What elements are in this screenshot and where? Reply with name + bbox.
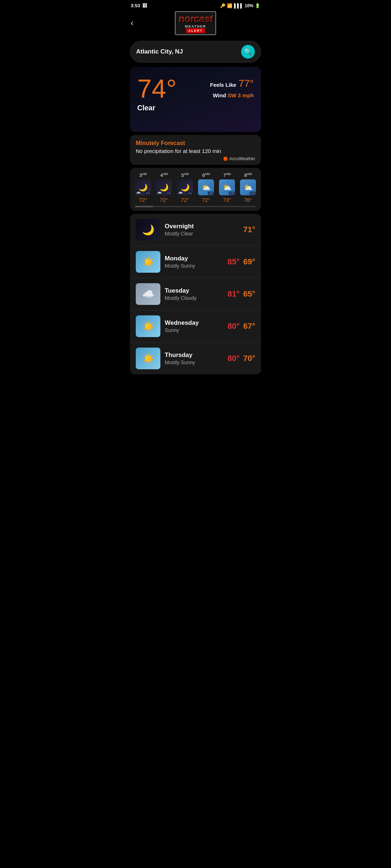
- daily-day: Thursday: [165, 352, 223, 359]
- hour-icon: ⛅ 1%: [240, 179, 256, 195]
- accuweather-label: AccuWeather: [229, 156, 255, 161]
- hour-label: 5AM: [181, 172, 189, 178]
- battery-label: 10%: [245, 3, 253, 8]
- daily-condition: Mostly Cloudy: [165, 295, 223, 301]
- daily-icon: ☀️: [136, 315, 160, 337]
- hour-icon: 🌙☁ 2%: [156, 179, 172, 195]
- precip-badge: 2%: [166, 192, 172, 195]
- current-condition: Clear: [137, 104, 254, 112]
- search-location-text: Atlantic City, NJ: [136, 48, 241, 55]
- daily-lo-temp: 65°: [243, 289, 255, 299]
- daily-icon: ☀️: [136, 251, 160, 273]
- weather-details-panel: Feels Like 77° Wind SW 3 mph: [210, 78, 254, 98]
- daily-hi-temp: 85°: [227, 257, 239, 267]
- daily-hi-temp: 81°: [227, 289, 239, 299]
- wind-row: Wind SW 3 mph: [210, 92, 254, 98]
- daily-info: Monday Mostly Sunny: [165, 255, 223, 269]
- hourly-item[interactable]: 9AM ⛅ 1% 78°: [260, 172, 261, 203]
- hour-icon: ⛅ 1%: [219, 179, 235, 195]
- hourly-item[interactable]: 6AM ⛅ 1% 72°: [197, 172, 215, 203]
- daily-lo-temp: 69°: [243, 257, 255, 267]
- minutely-card: Minutely Forecast No precipitation for a…: [130, 135, 261, 165]
- daily-temps: 71°: [243, 225, 255, 234]
- photo-icon: 🖼: [142, 3, 147, 8]
- daily-temps: 80° 70°: [227, 354, 255, 363]
- daily-icon: ☁️: [136, 283, 160, 305]
- daily-hi-temp: 80°: [227, 354, 239, 363]
- logo-alert: ALERT: [186, 28, 205, 33]
- logo-norcast: norcast: [178, 13, 213, 25]
- daily-condition: Mostly Sunny: [165, 359, 223, 365]
- precip-badge: 1%: [208, 192, 214, 195]
- app-header: ‹ norcast WEATHER ALERT: [125, 10, 266, 38]
- hour-icon: 🌙☁ 2%: [135, 179, 151, 195]
- hour-temp: 73°: [223, 197, 231, 203]
- daily-temps: 80° 67°: [227, 322, 255, 331]
- status-bar: 3:53 🖼 🔑 📶 ▌▌▌ 10% 🔋: [125, 0, 266, 10]
- daily-temps: 81° 65°: [227, 289, 255, 299]
- daily-info: Tuesday Mostly Cloudy: [165, 287, 223, 301]
- hourly-item[interactable]: 7AM ⛅ 1% 73°: [218, 172, 236, 203]
- daily-info: Thursday Mostly Sunny: [165, 352, 223, 365]
- hour-temp: 72°: [139, 197, 147, 203]
- hour-temp: 72°: [202, 197, 210, 203]
- hour-label: 8AM: [244, 172, 252, 178]
- hour-temp: 72°: [160, 197, 168, 203]
- hourly-section: 3AM 🌙☁ 2% 72° 4AM 🌙☁ 2% 72° 5AM 🌙☁ 2% 72…: [130, 168, 261, 211]
- daily-row[interactable]: ☀️ Thursday Mostly Sunny 80° 70°: [130, 342, 261, 374]
- hour-label: 7AM: [223, 172, 231, 178]
- hourly-item[interactable]: 8AM ⛅ 1% 76°: [239, 172, 257, 203]
- wind-label: Wind: [213, 92, 226, 98]
- logo-subtitle: WEATHER: [185, 25, 206, 28]
- daily-lo-temp: 67°: [243, 322, 255, 331]
- app-logo: norcast WEATHER ALERT: [175, 11, 216, 35]
- accuweather-badge: AccuWeather: [136, 156, 255, 161]
- daily-forecast-card: 🌙 Overnight Mostly Clear 71° ☀️ Monday M…: [130, 214, 261, 374]
- hourly-item[interactable]: 4AM 🌙☁ 2% 72°: [155, 172, 173, 203]
- daily-condition: Mostly Sunny: [165, 263, 223, 269]
- hour-label: 3AM: [139, 172, 147, 178]
- daily-day: Wednesday: [165, 319, 223, 327]
- precip-badge: 2%: [145, 192, 151, 195]
- daily-temps: 85° 69°: [227, 257, 255, 267]
- wind-value: SW 3 mph: [227, 92, 254, 98]
- hourly-item[interactable]: 5AM 🌙☁ 2% 72°: [176, 172, 194, 203]
- time-display: 3:53: [131, 3, 140, 8]
- key-icon: 🔑: [220, 3, 226, 8]
- hour-label: 6AM: [202, 172, 210, 178]
- precip-badge: 2%: [187, 192, 193, 195]
- daily-row[interactable]: ☁️ Tuesday Mostly Cloudy 81° 65°: [130, 278, 261, 310]
- accuweather-dot: [223, 157, 228, 161]
- battery-icon: 🔋: [255, 3, 260, 8]
- logo-weather: WEATHER: [185, 25, 206, 28]
- search-button[interactable]: 🔍: [241, 45, 255, 59]
- minutely-title: Minutely Forecast: [136, 140, 255, 146]
- feels-like-label: Feels Like: [210, 82, 236, 88]
- feels-like-value: 77°: [239, 78, 254, 89]
- daily-day: Monday: [165, 255, 223, 262]
- back-button[interactable]: ‹: [131, 18, 133, 28]
- daily-lo-temp: 70°: [243, 354, 255, 363]
- daily-day: Overnight: [165, 223, 239, 230]
- status-time-area: 3:53 🖼: [131, 3, 147, 8]
- daily-condition: Sunny: [165, 327, 223, 333]
- daily-day: Tuesday: [165, 287, 223, 294]
- daily-row[interactable]: ☀️ Wednesday Sunny 80° 67°: [130, 310, 261, 342]
- hourly-scroll[interactable]: 3AM 🌙☁ 2% 72° 4AM 🌙☁ 2% 72° 5AM 🌙☁ 2% 72…: [130, 172, 261, 203]
- daily-info: Overnight Mostly Clear: [165, 223, 239, 237]
- precip-badge: 1%: [229, 192, 235, 195]
- status-icons: 🔑 📶 ▌▌▌ 10% 🔋: [220, 3, 260, 8]
- search-bar[interactable]: Atlantic City, NJ 🔍: [130, 41, 261, 63]
- hour-label: 4AM: [160, 172, 168, 178]
- weather-hero: 74° Clear Feels Like 77° Wind SW 3 mph: [130, 67, 261, 132]
- search-container: Atlantic City, NJ 🔍: [125, 38, 266, 65]
- wifi-icon: 📶: [227, 3, 232, 8]
- daily-icon: ☀️: [136, 348, 160, 369]
- daily-row[interactable]: 🌙 Overnight Mostly Clear 71°: [130, 214, 261, 246]
- signal-icon: ▌▌▌: [234, 3, 243, 8]
- precip-badge: 1%: [250, 192, 256, 195]
- daily-row[interactable]: ☀️ Monday Mostly Sunny 85° 69°: [130, 246, 261, 278]
- daily-temp: 71°: [243, 225, 255, 234]
- hourly-item[interactable]: 3AM 🌙☁ 2% 72°: [134, 172, 152, 203]
- hour-temp: 72°: [181, 197, 189, 203]
